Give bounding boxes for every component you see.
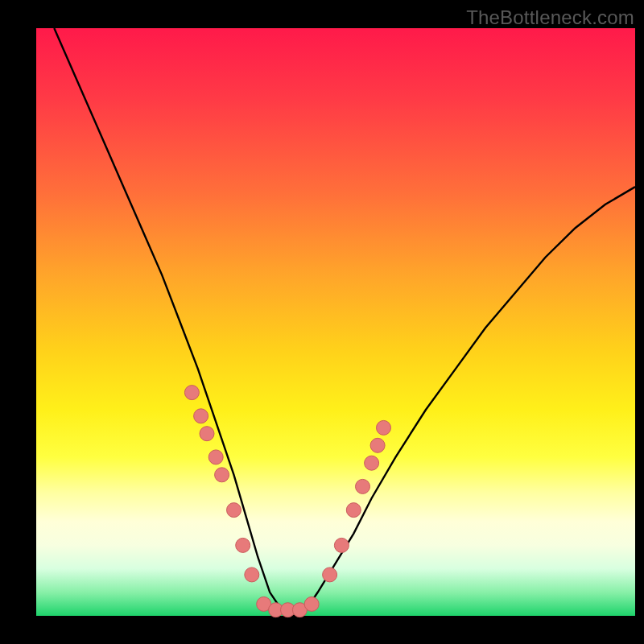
sample-dot bbox=[377, 420, 391, 435]
sample-dot bbox=[365, 456, 379, 470]
sample-dot bbox=[227, 503, 242, 518]
sample-dot bbox=[200, 427, 214, 441]
sample-dot bbox=[236, 538, 250, 552]
sample-dot bbox=[184, 386, 199, 400]
sample-dot bbox=[334, 538, 349, 552]
sample-dot bbox=[245, 568, 259, 582]
sample-dot bbox=[370, 438, 385, 452]
sample-dot bbox=[356, 479, 370, 493]
sample-dot bbox=[346, 503, 361, 518]
sample-dot bbox=[304, 597, 319, 611]
sample-dot bbox=[215, 468, 229, 482]
sample-dot bbox=[194, 409, 208, 423]
sample-dot bbox=[323, 568, 337, 582]
chart-overlay bbox=[36, 28, 635, 616]
watermark-text: TheBottleneck.com bbox=[466, 6, 634, 29]
sample-dot bbox=[208, 450, 223, 464]
bottleneck-curve bbox=[54, 28, 635, 616]
chart-frame: TheBottleneck.com bbox=[0, 0, 644, 644]
